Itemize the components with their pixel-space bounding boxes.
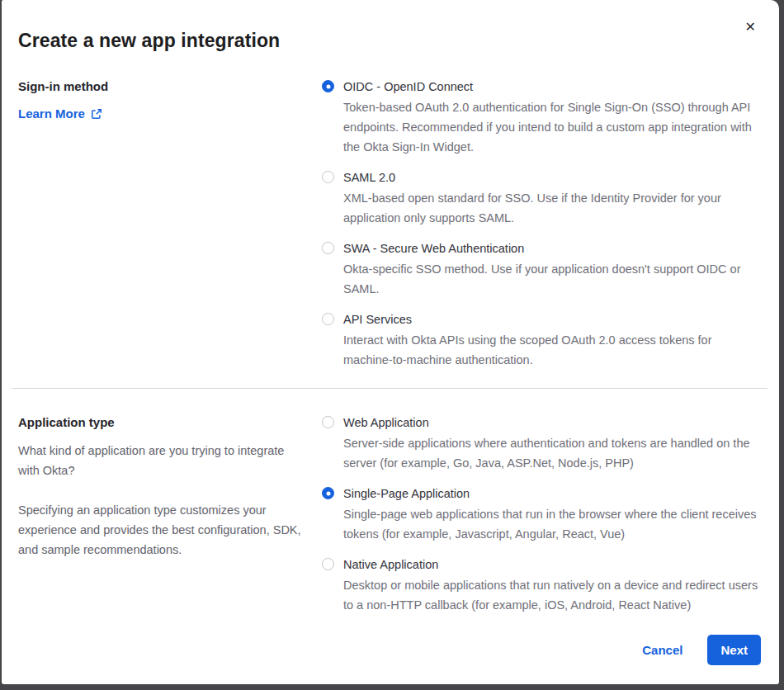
dialog-footer: Cancel Next: [18, 635, 761, 665]
radio-button[interactable]: [322, 242, 334, 254]
radio-option-web-application[interactable]: Web Application Server-side applications…: [322, 414, 761, 473]
radio-option-description: Interact with Okta APIs using the scoped…: [343, 330, 761, 370]
radio-option-label[interactable]: SAML 2.0: [343, 168, 761, 187]
radio-option-native-application[interactable]: Native Application Desktop or mobile app…: [322, 555, 761, 615]
application-type-section: Application type What kind of applicatio…: [18, 414, 761, 615]
radio-button[interactable]: [322, 487, 334, 499]
radio-option-label[interactable]: Single-Page Application: [343, 484, 761, 503]
radio-option-oidc-openid-connect[interactable]: OIDC - OpenID Connect Token-based OAuth …: [322, 78, 761, 157]
radio-option-description: Single-page web applications that run in…: [343, 504, 761, 544]
radio-option-swa-secure-web-authentication[interactable]: SWA - Secure Web Authentication Okta-spe…: [322, 239, 761, 299]
radio-button[interactable]: [322, 171, 334, 183]
radio-button[interactable]: [322, 80, 334, 92]
radio-option-saml-2-0[interactable]: SAML 2.0 XML-based open standard for SSO…: [322, 168, 761, 228]
next-button[interactable]: Next: [707, 635, 761, 665]
close-icon[interactable]: ✕: [742, 17, 759, 37]
external-link-icon: [91, 108, 102, 120]
radio-button[interactable]: [322, 558, 334, 570]
cancel-button[interactable]: Cancel: [642, 643, 682, 657]
radio-option-label[interactable]: SWA - Secure Web Authentication: [343, 239, 761, 258]
sign-in-method-label: Sign-in method: [18, 78, 309, 96]
radio-option-description: Token-based OAuth 2.0 authentication for…: [343, 97, 761, 157]
section-divider: [12, 388, 767, 389]
radio-option-description: Server-side applications where authentic…: [343, 433, 761, 473]
radio-button[interactable]: [322, 416, 334, 428]
radio-option-label[interactable]: Native Application: [343, 555, 761, 574]
radio-option-label[interactable]: OIDC - OpenID Connect: [343, 78, 761, 96]
radio-option-single-page-application[interactable]: Single-Page Application Single-page web …: [322, 484, 761, 544]
radio-option-description: Okta-specific SSO method. Use if your ap…: [343, 259, 761, 299]
application-type-label: Application type: [18, 414, 309, 432]
create-app-integration-dialog: ✕ Create a new app integration Sign-in m…: [2, 0, 779, 684]
radio-option-label[interactable]: API Services: [343, 310, 761, 328]
application-type-help-text: Specifying an application type customize…: [18, 500, 309, 560]
application-type-options: Web Application Server-side applications…: [322, 414, 761, 615]
radio-option-api-services[interactable]: API Services Interact with Okta APIs usi…: [322, 310, 761, 370]
radio-button[interactable]: [322, 313, 334, 325]
radio-option-label[interactable]: Web Application: [343, 414, 761, 432]
radio-option-description: XML-based open standard for SSO. Use if …: [343, 188, 761, 228]
sign-in-method-section: Sign-in method Learn More OIDC - OpenID …: [18, 78, 761, 370]
learn-more-link[interactable]: Learn More: [18, 106, 102, 121]
sign-in-method-options: OIDC - OpenID Connect Token-based OAuth …: [322, 78, 761, 370]
learn-more-label: Learn More: [18, 106, 85, 121]
application-type-help-text: What kind of application are you trying …: [18, 441, 309, 480]
radio-option-description: Desktop or mobile applications that run …: [343, 575, 761, 615]
dialog-title: Create a new app integration: [18, 30, 761, 52]
